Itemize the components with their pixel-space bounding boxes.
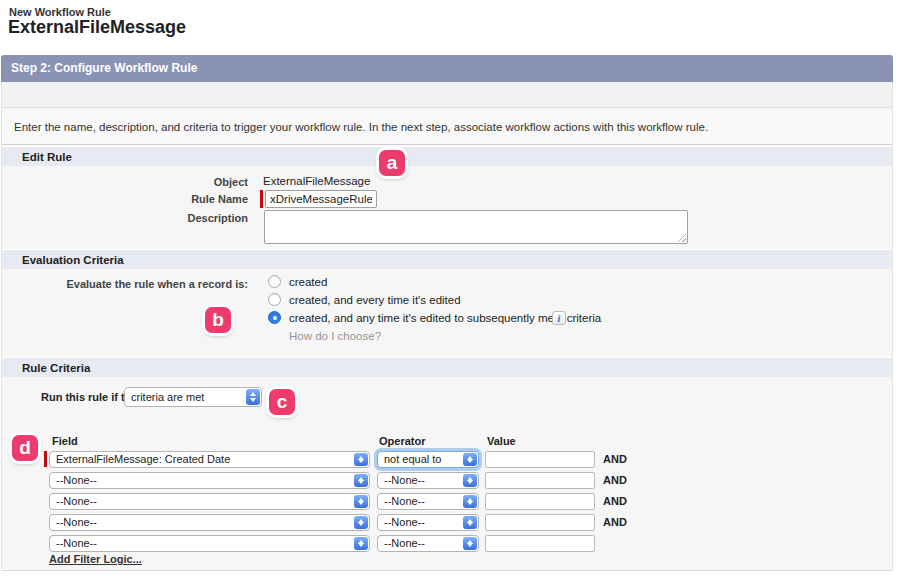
- annotation-badge-c: c: [269, 389, 295, 415]
- step-header-title: Step 2: Configure Workflow Rule: [1, 55, 893, 75]
- filter-row-2-field-value: --None--: [50, 473, 369, 488]
- filter-row-3-field-select[interactable]: --None--: [49, 493, 370, 510]
- section-title-rule-criteria: Rule Criteria: [2, 358, 892, 374]
- select-stepper-icon: [354, 516, 368, 529]
- object-value: ExternalFileMessage: [263, 175, 370, 187]
- select-stepper-icon: [246, 389, 260, 405]
- page-body: Enter the name, description, and criteri…: [1, 82, 893, 571]
- radio-created-every-edit-label[interactable]: created, and every time it's edited: [289, 294, 461, 306]
- filter-row-5-operator-select[interactable]: --None--: [377, 535, 479, 552]
- page-title: ExternalFileMessage: [8, 17, 186, 38]
- criteria-mode-value: criteria are met: [125, 388, 261, 406]
- filter-row-1-value-input[interactable]: [485, 451, 595, 468]
- select-stepper-icon: [463, 516, 477, 529]
- filter-row-2-value-input[interactable]: [485, 472, 595, 489]
- criteria-mode-select[interactable]: criteria are met: [124, 387, 262, 407]
- annotation-badge-a: a: [379, 150, 405, 176]
- select-stepper-icon: [463, 537, 477, 550]
- section-header-evaluation-criteria: Evaluation Criteria: [2, 249, 892, 269]
- filter-row-1-field-select[interactable]: ExternalFileMessage: Created Date: [49, 451, 370, 468]
- annotation-badge-d: d: [12, 435, 38, 461]
- filter-row-3-value-input[interactable]: [485, 493, 595, 510]
- filter-row-4-field-select[interactable]: --None--: [49, 514, 370, 531]
- workflow-rule-page: New Workflow Rule ExternalFileMessage St…: [0, 0, 900, 581]
- rule-name-required-bar: [260, 190, 263, 208]
- filter-row-5-value-input[interactable]: [485, 535, 595, 552]
- evaluation-prompt: Evaluate the rule when a record is:: [58, 278, 248, 290]
- description-label: Description: [58, 212, 248, 224]
- filter-row-5-field-value: --None--: [50, 536, 369, 551]
- step-header-bar: Step 2: Configure Workflow Rule: [1, 55, 893, 82]
- how-do-i-choose-link[interactable]: How do I choose?: [289, 330, 381, 342]
- radio-created-every-edit[interactable]: [268, 293, 281, 306]
- filter-row-3-and: AND: [603, 495, 627, 507]
- filter-row-3-field-value: --None--: [50, 494, 369, 509]
- description-textarea[interactable]: [264, 210, 688, 244]
- filter-row-2-and: AND: [603, 474, 627, 486]
- add-filter-logic-link[interactable]: Add Filter Logic...: [49, 553, 142, 565]
- select-stepper-icon: [354, 537, 368, 550]
- radio-created-subsequently-meet[interactable]: [268, 311, 281, 324]
- select-stepper-icon: [463, 453, 477, 466]
- section-title-edit-rule: Edit Rule: [2, 147, 892, 163]
- filter-row-1-and: AND: [603, 453, 627, 465]
- annotation-badge-b: b: [205, 307, 231, 333]
- filter-row-1-operator-select[interactable]: not equal to: [377, 451, 479, 468]
- select-stepper-icon: [463, 474, 477, 487]
- radio-created[interactable]: [268, 275, 281, 288]
- object-label: Object: [58, 176, 248, 188]
- rule-name-input[interactable]: [265, 190, 377, 208]
- filter-row-4-field-value: --None--: [50, 515, 369, 530]
- filter-row-2-operator-select[interactable]: --None--: [377, 472, 479, 489]
- column-header-operator: Operator: [379, 435, 425, 447]
- filter-row-2-field-select[interactable]: --None--: [49, 472, 370, 489]
- column-header-field: Field: [52, 435, 78, 447]
- radio-created-label[interactable]: created: [289, 276, 327, 288]
- filter-row-5-field-select[interactable]: --None--: [49, 535, 370, 552]
- info-icon[interactable]: i: [552, 311, 566, 325]
- section-header-edit-rule: Edit Rule: [2, 146, 892, 166]
- select-stepper-icon: [354, 453, 368, 466]
- instruction-strip: Enter the name, description, and criteri…: [2, 109, 892, 145]
- rule-name-label: Rule Name: [58, 193, 248, 205]
- filter-row-1-required-bar: [44, 451, 47, 467]
- header-spacer: [2, 82, 892, 108]
- filter-row-4-operator-select[interactable]: --None--: [377, 514, 479, 531]
- select-stepper-icon: [354, 474, 368, 487]
- column-header-value: Value: [487, 435, 516, 447]
- filter-row-4-and: AND: [603, 516, 627, 528]
- resize-grip-icon[interactable]: [676, 232, 686, 242]
- section-header-rule-criteria: Rule Criteria: [2, 357, 892, 377]
- section-title-evaluation-criteria: Evaluation Criteria: [2, 250, 892, 266]
- filter-row-3-operator-select[interactable]: --None--: [377, 493, 479, 510]
- filter-row-4-value-input[interactable]: [485, 514, 595, 531]
- select-stepper-icon: [354, 495, 368, 508]
- filter-row-1-field-value: ExternalFileMessage: Created Date: [50, 452, 369, 467]
- instruction-text: Enter the name, description, and criteri…: [2, 109, 892, 133]
- select-stepper-icon: [463, 495, 477, 508]
